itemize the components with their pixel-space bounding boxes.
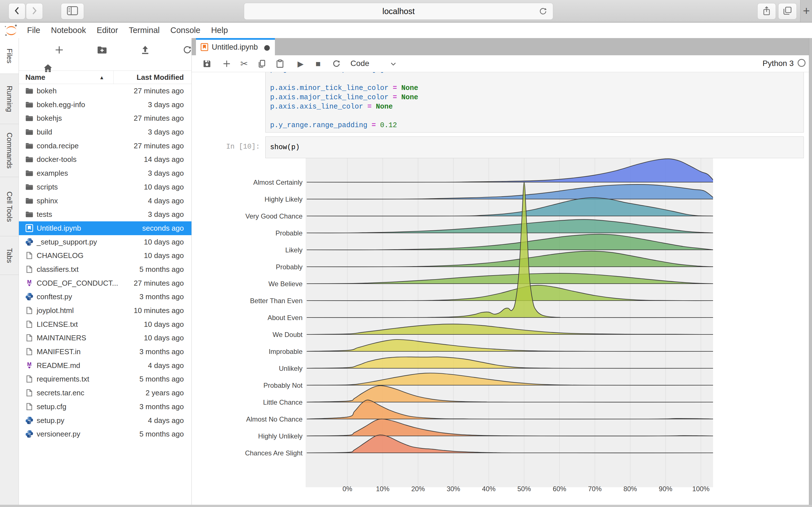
- save-icon[interactable]: [201, 58, 213, 69]
- file-row[interactable]: secrets.tar.enc2 years ago: [19, 386, 191, 400]
- new-folder-icon[interactable]: [97, 44, 108, 56]
- sidebar-toggle-button[interactable]: [61, 3, 84, 19]
- file-name: requirements.txt: [37, 375, 89, 384]
- column-header-modified[interactable]: Last Modified: [136, 73, 184, 82]
- folder-icon: [25, 210, 34, 219]
- file-row[interactable]: examples3 days ago: [19, 166, 191, 180]
- menu-items: FileNotebookEditorTerminalConsoleHelp: [27, 22, 228, 38]
- share-icon: [762, 5, 771, 17]
- add-cell-icon[interactable]: [221, 58, 232, 69]
- chevron-down-icon[interactable]: [389, 60, 398, 69]
- back-button[interactable]: [8, 3, 25, 19]
- code-line: p.axis.major_tick_line_color = None: [270, 93, 418, 102]
- address-bar[interactable]: localhost: [244, 3, 553, 20]
- file-row[interactable]: _setup_support.py10 days ago: [19, 235, 191, 249]
- menu-console[interactable]: Console: [170, 26, 200, 35]
- file-row[interactable]: bokehjs27 minutes ago: [19, 111, 191, 125]
- sidebar-tab-commands[interactable]: Commands: [0, 124, 19, 177]
- menu-terminal[interactable]: Terminal: [129, 26, 160, 35]
- upload-icon[interactable]: [139, 44, 151, 56]
- sidebar-tab-running[interactable]: Running: [0, 74, 19, 124]
- new-tab-button[interactable]: +: [800, 0, 812, 22]
- file-row[interactable]: bokeh.egg-info3 days ago: [19, 98, 191, 112]
- sort-ascending-icon[interactable]: ▲: [99, 75, 104, 81]
- menu-file[interactable]: File: [27, 26, 40, 35]
- paste-icon[interactable]: [274, 58, 286, 69]
- file-modified: seconds ago: [142, 224, 184, 233]
- sidebar-tab-tabs[interactable]: Tabs: [0, 236, 19, 275]
- y-axis-label: We Believe: [269, 280, 302, 288]
- file-row[interactable]: conda.recipe27 minutes ago: [19, 139, 191, 153]
- file-row[interactable]: sphinx4 days ago: [19, 194, 191, 208]
- run-icon[interactable]: ▶: [295, 58, 306, 69]
- file-name: build: [37, 128, 52, 136]
- file-row[interactable]: setup.py4 days ago: [19, 414, 191, 428]
- tabs-overview-button[interactable]: [778, 3, 797, 19]
- code-line: p.axis.axis_line_color = None: [270, 102, 418, 111]
- folder-icon: [25, 169, 34, 178]
- file-row[interactable]: build3 days ago: [19, 125, 191, 139]
- share-button[interactable]: [757, 3, 776, 19]
- code-cell-1[interactable]: p.xgrid.ticker = p.xaxis[0].ticker p.axi…: [265, 72, 804, 132]
- sidebar-tab-files[interactable]: Files: [0, 38, 19, 74]
- file-name: bokeh.egg-info: [37, 100, 85, 109]
- file-name: setup.cfg: [37, 402, 66, 411]
- file-row[interactable]: bokeh27 minutes ago: [19, 84, 191, 98]
- cell-type-dropdown[interactable]: Code: [350, 59, 369, 68]
- menu-help[interactable]: Help: [211, 26, 228, 35]
- right-collapsed-sidebar[interactable]: [809, 38, 812, 507]
- notebook-tab[interactable]: Untitled.ipynb: [196, 38, 275, 55]
- cut-icon[interactable]: ✂: [238, 58, 250, 69]
- y-axis-label: Probably: [276, 263, 302, 271]
- document-tab-bar: Untitled.ipynb: [192, 38, 812, 55]
- refresh-icon[interactable]: [182, 44, 193, 56]
- file-row[interactable]: scripts10 days ago: [19, 180, 191, 194]
- forward-button[interactable]: [26, 3, 43, 19]
- y-axis-label: Probably Not: [263, 382, 302, 389]
- restart-icon[interactable]: [331, 58, 342, 69]
- file-row[interactable]: LICENSE.txt10 days ago: [19, 318, 191, 331]
- file-row[interactable]: Untitled.ipynbseconds ago: [19, 221, 191, 235]
- file-modified: 3 days ago: [148, 128, 184, 136]
- file-row[interactable]: joyplot.html10 minutes ago: [19, 304, 191, 318]
- file-row[interactable]: conftest.py3 months ago: [19, 290, 191, 304]
- column-header-name[interactable]: Name: [25, 73, 45, 82]
- menu-editor[interactable]: Editor: [97, 26, 118, 35]
- python-icon: [25, 430, 34, 439]
- file-row[interactable]: MAINTAINERS10 days ago: [19, 331, 191, 345]
- kernel-name[interactable]: Python 3: [762, 59, 794, 68]
- file-name: bokeh: [37, 87, 57, 95]
- file-icon: [25, 306, 34, 315]
- y-axis-label: Likely: [285, 246, 302, 254]
- code-line: [270, 74, 418, 83]
- new-launcher-icon[interactable]: [54, 44, 65, 56]
- file-modified: 10 minutes ago: [134, 306, 184, 315]
- file-row[interactable]: MCODE_OF_CONDUCT...27 minutes ago: [19, 276, 191, 290]
- file-row[interactable]: MANIFEST.in3 months ago: [19, 345, 191, 359]
- file-row[interactable]: requirements.txt5 months ago: [19, 372, 191, 386]
- python-icon: [25, 416, 34, 425]
- y-axis-label: Chances Are Slight: [245, 449, 302, 457]
- file-row[interactable]: classifiers.txt5 months ago: [19, 263, 191, 276]
- stop-icon[interactable]: ■: [312, 58, 324, 69]
- menu-notebook[interactable]: Notebook: [51, 26, 86, 35]
- file-row[interactable]: docker-tools14 days ago: [19, 153, 191, 166]
- file-row[interactable]: CHANGELOG10 days ago: [19, 249, 191, 263]
- file-name: bokehjs: [37, 114, 62, 123]
- jupyter-logo: [3, 24, 19, 38]
- code-source: show(p): [266, 143, 300, 152]
- sidebar-tab-cell-tools[interactable]: Cell Tools: [0, 177, 19, 236]
- folder-icon: [25, 86, 34, 95]
- file-icon: [25, 333, 34, 342]
- reload-icon[interactable]: [538, 6, 548, 17]
- file-row[interactable]: versioneer.py5 months ago: [19, 427, 191, 441]
- unsaved-changes-dot[interactable]: [264, 45, 270, 51]
- y-axis-label: Unlikely: [279, 364, 302, 372]
- copy-icon[interactable]: [256, 58, 268, 69]
- file-modified: 5 months ago: [139, 265, 184, 274]
- file-row[interactable]: MREADME.md4 days ago: [19, 359, 191, 373]
- code-cell-2[interactable]: show(p): [265, 136, 804, 158]
- file-row[interactable]: setup.cfg3 months ago: [19, 400, 191, 414]
- kernel-status-icon[interactable]: [798, 59, 806, 67]
- file-row[interactable]: tests3 days ago: [19, 208, 191, 221]
